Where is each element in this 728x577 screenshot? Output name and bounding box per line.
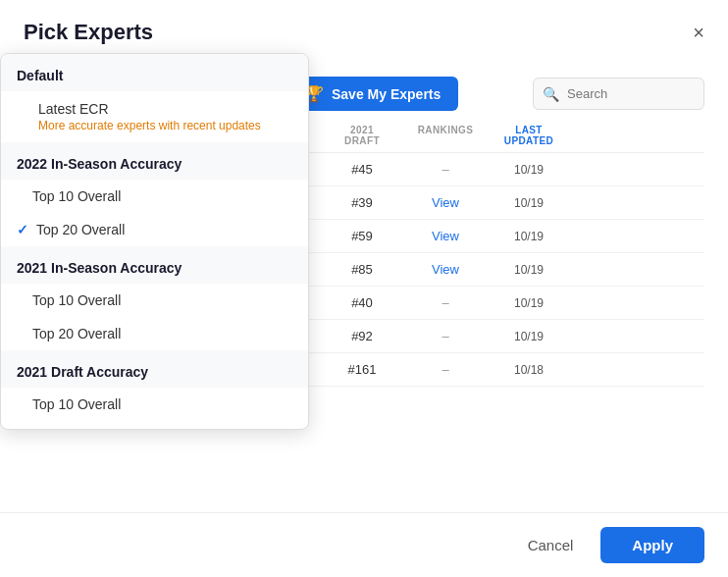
cancel-button[interactable]: Cancel <box>512 527 590 563</box>
save-button-label: Save My Experts <box>332 86 441 102</box>
dropdown-section-default: Default <box>1 54 308 91</box>
dropdown-item-2021-inseason-top10[interactable]: Top 10 Overall <box>1 284 308 317</box>
dropdown-item-2021-draft-top10[interactable]: Top 10 Overall <box>1 388 308 421</box>
modal-title: Pick Experts <box>24 20 153 45</box>
dropdown-section-2021-inseason: 2021 In-Season Accuracy <box>1 246 308 284</box>
dropdown-item-2022-top10[interactable]: Top 10 Overall <box>1 180 308 213</box>
experts-dropdown-overlay: Default Latest ECR More accurate experts… <box>0 53 309 430</box>
dropdown-item-2021-inseason-top20[interactable]: Top 20 Overall <box>1 317 308 350</box>
close-button[interactable]: × <box>693 23 704 42</box>
col-header-draft2021: 2021DRAFT <box>318 125 406 146</box>
modal-container: Pick Experts × Experts Top 20 Ov... ▲ Re… <box>0 0 728 577</box>
save-experts-button[interactable]: 🏆 Save My Experts <box>286 77 458 111</box>
dropdown-section-2021-draft: 2021 Draft Accuracy <box>1 350 308 388</box>
checkmark-icon: ✓ <box>17 222 28 237</box>
search-input[interactable] <box>533 78 704 110</box>
dropdown-section-2022: 2022 In-Season Accuracy <box>1 142 308 180</box>
apply-button[interactable]: Apply <box>600 527 704 563</box>
col-header-lastupdated: LASTUPDATED <box>485 125 573 146</box>
search-wrapper: 🔍 <box>533 78 704 110</box>
dropdown-item-latest-ecr[interactable]: Latest ECR More accurate experts with re… <box>1 91 308 142</box>
modal-footer: Cancel Apply <box>0 512 728 577</box>
col-header-rankings: RANKINGS <box>406 125 485 146</box>
modal-header: Pick Experts × <box>24 20 704 45</box>
dropdown-item-2022-top20[interactable]: ✓ Top 20 Overall <box>1 213 308 246</box>
